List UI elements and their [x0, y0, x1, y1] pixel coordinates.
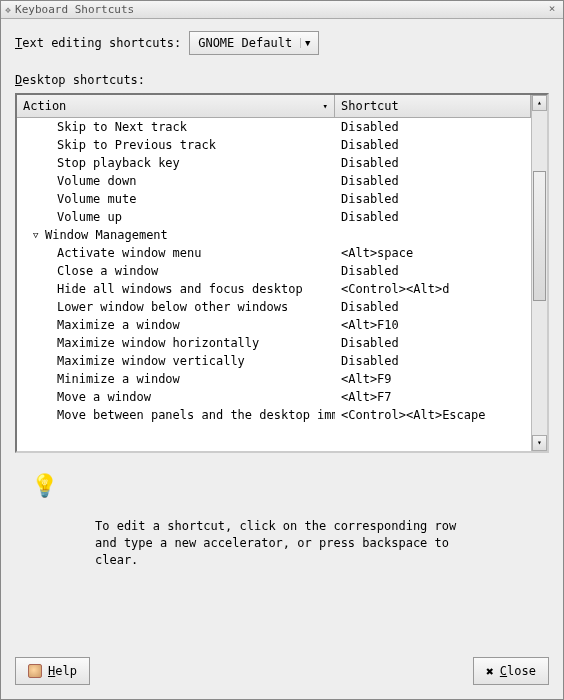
sort-indicator-icon: ▾	[323, 101, 328, 111]
tree-row[interactable]: Volume downDisabled	[17, 172, 531, 190]
hint-area: 💡 To edit a shortcut, click on the corre…	[15, 467, 549, 578]
expander-icon[interactable]: ▽	[33, 230, 43, 240]
tree-row[interactable]: Volume muteDisabled	[17, 190, 531, 208]
titlebar[interactable]: ❖ Keyboard Shortcuts ×	[1, 1, 563, 19]
cell-shortcut: Disabled	[335, 138, 531, 152]
help-button-label: Help	[48, 664, 77, 678]
hint-text: To edit a shortcut, click on the corresp…	[95, 518, 465, 568]
window-menu-icon[interactable]: ❖	[5, 4, 11, 15]
cell-shortcut: Disabled	[335, 156, 531, 170]
cell-action: Skip to Next track	[17, 120, 335, 134]
tree-row[interactable]: Volume upDisabled	[17, 208, 531, 226]
cell-action: Move between panels and the desktop imme…	[17, 408, 335, 422]
cell-shortcut: <Control><Alt>d	[335, 282, 531, 296]
tree-row[interactable]: Maximize a window<Alt>F10	[17, 316, 531, 334]
vertical-scrollbar[interactable]: ▴ ▾	[531, 95, 547, 451]
close-icon: ✖	[486, 664, 494, 679]
scroll-thumb[interactable]	[533, 171, 546, 301]
close-button-label: Close	[500, 664, 536, 678]
cell-action: Move a window	[17, 390, 335, 404]
lifebuoy-icon	[28, 664, 42, 678]
chevron-down-icon: ▼	[300, 38, 314, 48]
cell-shortcut: <Alt>F7	[335, 390, 531, 404]
cell-action: Skip to Previous track	[17, 138, 335, 152]
cell-action: Maximize window vertically	[17, 354, 335, 368]
content-area: Text editing shortcuts: GNOME Default ▼ …	[1, 19, 563, 647]
cell-action: Activate window menu	[17, 246, 335, 260]
tree-row[interactable]: Skip to Previous trackDisabled	[17, 136, 531, 154]
cell-shortcut: <Alt>F9	[335, 372, 531, 386]
scroll-up-button[interactable]: ▴	[532, 95, 547, 111]
cell-action: Lower window below other windows	[17, 300, 335, 314]
shortcuts-treeview: Action ▾ Shortcut Skip to Next trackDisa…	[15, 93, 549, 453]
tree-row[interactable]: Stop playback keyDisabled	[17, 154, 531, 172]
cell-action: Maximize window horizontally	[17, 336, 335, 350]
cell-shortcut: Disabled	[335, 210, 531, 224]
tree-row[interactable]: Move between panels and the desktop imme…	[17, 406, 531, 424]
cell-shortcut: <Alt>F10	[335, 318, 531, 332]
text-editing-row: Text editing shortcuts: GNOME Default ▼	[15, 31, 549, 55]
cell-action: Stop playback key	[17, 156, 335, 170]
tree-row[interactable]: Activate window menu<Alt>space	[17, 244, 531, 262]
keyboard-shortcuts-window: ❖ Keyboard Shortcuts × Text editing shor…	[0, 0, 564, 700]
tree-row[interactable]: Maximize window verticallyDisabled	[17, 352, 531, 370]
cell-shortcut: Disabled	[335, 192, 531, 206]
tree-row[interactable]: Minimize a window<Alt>F9	[17, 370, 531, 388]
cell-shortcut	[335, 228, 531, 242]
desktop-shortcuts-label: Desktop shortcuts:	[15, 73, 549, 87]
tree-body: Skip to Next trackDisabledSkip to Previo…	[17, 118, 531, 424]
lightbulb-icon: 💡	[31, 473, 539, 498]
cell-shortcut: Disabled	[335, 120, 531, 134]
cell-shortcut: Disabled	[335, 336, 531, 350]
tree-main: Action ▾ Shortcut Skip to Next trackDisa…	[17, 95, 531, 451]
cell-action: Volume mute	[17, 192, 335, 206]
close-button[interactable]: ✖ Close	[473, 657, 549, 685]
combo-value: GNOME Default	[198, 36, 292, 50]
tree-row[interactable]: Maximize window horizontallyDisabled	[17, 334, 531, 352]
column-header-action[interactable]: Action ▾	[17, 95, 335, 117]
cell-shortcut: Disabled	[335, 264, 531, 278]
text-editing-label: Text editing shortcuts:	[15, 36, 181, 50]
cell-shortcut: Disabled	[335, 300, 531, 314]
scroll-down-button[interactable]: ▾	[532, 435, 547, 451]
cell-action: ▽Window Management	[17, 228, 335, 242]
close-window-icon[interactable]: ×	[545, 3, 559, 17]
tree-row[interactable]: Move a window<Alt>F7	[17, 388, 531, 406]
cell-shortcut: Disabled	[335, 354, 531, 368]
cell-action: Maximize a window	[17, 318, 335, 332]
button-bar: Help ✖ Close	[1, 647, 563, 699]
tree-group-row[interactable]: ▽Window Management	[17, 226, 531, 244]
tree-row[interactable]: Close a windowDisabled	[17, 262, 531, 280]
cell-action: Volume up	[17, 210, 335, 224]
cell-action: Minimize a window	[17, 372, 335, 386]
cell-shortcut: <Control><Alt>Escape	[335, 408, 531, 422]
cell-action: Volume down	[17, 174, 335, 188]
cell-shortcut: Disabled	[335, 174, 531, 188]
cell-action: Hide all windows and focus desktop	[17, 282, 335, 296]
help-button[interactable]: Help	[15, 657, 90, 685]
tree-header: Action ▾ Shortcut	[17, 95, 531, 118]
cell-action: Close a window	[17, 264, 335, 278]
tree-row[interactable]: Skip to Next trackDisabled	[17, 118, 531, 136]
tree-row[interactable]: Lower window below other windowsDisabled	[17, 298, 531, 316]
scroll-track[interactable]	[532, 111, 547, 435]
tree-row[interactable]: Hide all windows and focus desktop<Contr…	[17, 280, 531, 298]
text-editing-combo[interactable]: GNOME Default ▼	[189, 31, 319, 55]
column-header-shortcut[interactable]: Shortcut	[335, 95, 531, 117]
window-title: Keyboard Shortcuts	[15, 3, 545, 16]
cell-shortcut: <Alt>space	[335, 246, 531, 260]
